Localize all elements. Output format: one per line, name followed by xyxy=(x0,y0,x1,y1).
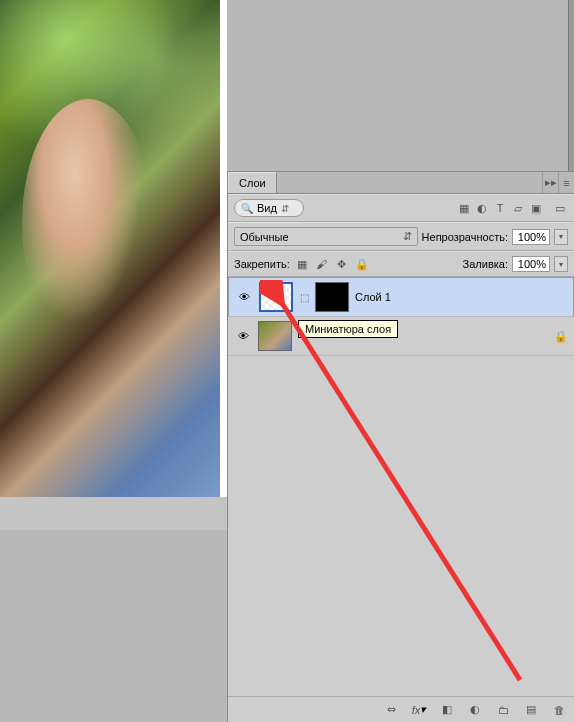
document-photo[interactable] xyxy=(0,0,220,497)
panel-menu-icon[interactable]: ≡ xyxy=(558,172,574,193)
layer-filter-dropdown[interactable]: 🔍 Вид ⇵ xyxy=(234,199,304,217)
canvas-background xyxy=(0,497,227,530)
type-filter-icon[interactable]: T xyxy=(492,200,508,216)
filter-label: Вид xyxy=(257,202,277,214)
link-icon[interactable]: ⇔ xyxy=(382,703,400,716)
layer-row[interactable]: 👁 Миниатюра слоя 🔒 xyxy=(228,317,574,356)
layers-panel: Слои ▸▸ ≡ 🔍 Вид ⇵ ▦ ◐ T ▱ ▣ ▭ Обычные ⇵ … xyxy=(227,171,574,722)
blend-mode-value: Обычные xyxy=(240,231,289,243)
layer-name[interactable]: Слой 1 xyxy=(355,291,391,303)
adjustment-icon[interactable]: ◐ xyxy=(466,703,484,716)
link-mask-icon[interactable]: ⬚ xyxy=(299,292,309,303)
blend-mode-dropdown[interactable]: Обычные ⇵ xyxy=(234,227,418,246)
tab-label: Слои xyxy=(239,177,266,189)
opacity-input[interactable]: 100% xyxy=(512,229,550,245)
lock-move-icon[interactable]: ✥ xyxy=(334,256,350,272)
lock-transparent-icon[interactable]: ▦ xyxy=(294,256,310,272)
chevron-updown-icon: ⇵ xyxy=(403,230,412,243)
visibility-icon[interactable]: 👁 xyxy=(234,327,252,345)
filter-row: 🔍 Вид ⇵ ▦ ◐ T ▱ ▣ ▭ xyxy=(228,194,574,222)
panel-tab-bar: Слои ▸▸ ≡ xyxy=(228,172,574,194)
adjust-filter-icon[interactable]: ◐ xyxy=(474,200,490,216)
layers-list: 👁 ⬚ Слой 1 👁 Миниатюра слоя 🔒 xyxy=(228,277,574,356)
canvas-area xyxy=(0,0,227,530)
tab-layers[interactable]: Слои xyxy=(228,172,277,193)
mask-icon[interactable]: ◧ xyxy=(438,703,456,716)
lock-label: Закрепить: xyxy=(234,258,290,270)
smart-filter-icon[interactable]: ▣ xyxy=(528,200,544,216)
panel-collapse-icon[interactable]: ▸▸ xyxy=(542,172,558,193)
blend-row: Обычные ⇵ Непрозрачность: 100% ▾ xyxy=(228,222,574,251)
chevron-updown-icon: ⇵ xyxy=(281,203,289,214)
lock-row: Закрепить: ▦ 🖌 ✥ 🔒 Заливка: 100% ▾ xyxy=(228,251,574,277)
layer-thumbnail[interactable] xyxy=(258,321,292,351)
delete-icon[interactable]: 🗑 xyxy=(550,704,568,716)
search-icon: 🔍 xyxy=(241,203,253,214)
fill-value: 100% xyxy=(518,258,546,270)
lock-icon[interactable]: 🔒 xyxy=(554,330,568,343)
fx-icon[interactable]: fx▾ xyxy=(410,703,428,716)
tooltip: Миниатюра слоя xyxy=(298,320,398,338)
tooltip-text: Миниатюра слоя xyxy=(305,323,391,335)
filter-icons: ▦ ◐ T ▱ ▣ xyxy=(456,200,544,216)
layer-thumbnail[interactable] xyxy=(259,282,293,312)
fill-input[interactable]: 100% xyxy=(512,256,550,272)
lock-all-icon[interactable]: 🔒 xyxy=(354,256,370,272)
panel-footer: ⇔ fx▾ ◧ ◐ 🗀 ▤ 🗑 xyxy=(228,696,574,722)
opacity-dropdown-icon[interactable]: ▾ xyxy=(554,229,568,245)
image-filter-icon[interactable]: ▦ xyxy=(456,200,472,216)
opacity-value: 100% xyxy=(518,231,546,243)
new-layer-icon[interactable]: ▤ xyxy=(522,703,540,716)
fill-label: Заливка: xyxy=(463,258,508,270)
group-icon[interactable]: 🗀 xyxy=(494,704,512,716)
opacity-label: Непрозрачность: xyxy=(422,231,508,243)
filter-toggle-icon[interactable]: ▭ xyxy=(552,200,568,216)
lock-paint-icon[interactable]: 🖌 xyxy=(314,256,330,272)
right-groove xyxy=(568,0,574,171)
shape-filter-icon[interactable]: ▱ xyxy=(510,200,526,216)
layer-mask-thumbnail[interactable] xyxy=(315,282,349,312)
fill-dropdown-icon[interactable]: ▾ xyxy=(554,256,568,272)
layer-row[interactable]: 👁 ⬚ Слой 1 xyxy=(228,277,574,317)
visibility-icon[interactable]: 👁 xyxy=(235,288,253,306)
